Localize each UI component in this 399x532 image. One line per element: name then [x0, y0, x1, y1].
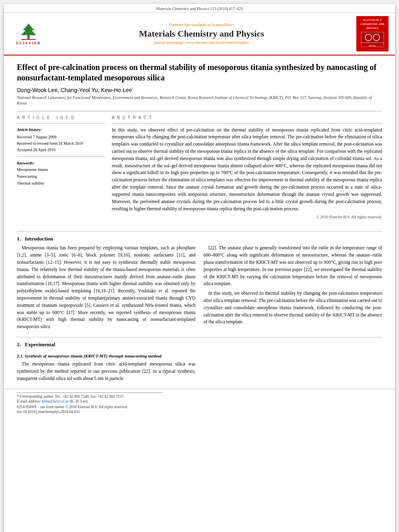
article-section: Effect of pre-calcination process on the…: [4, 55, 395, 228]
elsevier-logo: ELSEVIER: [10, 22, 47, 45]
journal-logo-box: MATERIALS CHEMISTRY AND PHYSICS Elsevier: [356, 16, 389, 51]
revised-date: Received in revised form 24 March 2010: [17, 140, 105, 147]
received-date: Received 7 August 2009: [17, 134, 105, 140]
footnote-divider: [17, 392, 163, 393]
intro-number: 1.: [17, 236, 21, 242]
issn-line: 0254-0584/$ – see front matter © 2010 El…: [17, 405, 382, 409]
page: Materials Chemistry and Physics 123 (201…: [4, 4, 395, 532]
experimental-content: 2.1. Synthesis of mesoporous titania (KR…: [17, 350, 382, 384]
svg-rect-0: [27, 35, 29, 39]
article-info-abstract: A R T I C L E I N F O Article history: R…: [17, 115, 382, 220]
journal-citation: Materials Chemistry and Physics 123 (201…: [4, 4, 395, 13]
email-footnote: E-mail address: khlee@krict.re.kr (K.-H.…: [17, 399, 382, 403]
intro-right-col: [22]. The anatase phase is generally tra…: [204, 244, 382, 333]
article-info-label: A R T I C L E I N F O: [17, 115, 105, 120]
divider-experimental: [17, 337, 382, 337]
divider-body: [17, 231, 382, 232]
journal-title: Materials Chemistry and Physics: [51, 29, 352, 39]
keywords-label: Keywords:: [17, 161, 105, 165]
logo-line1: MATERIALS: [358, 18, 387, 23]
footnote-area: * Corresponding author. Tel.: +82 42 860…: [4, 389, 395, 419]
divider-article-info: [17, 123, 105, 123]
elsevier-tree-icon: [16, 22, 41, 40]
divider-1: [17, 111, 382, 111]
experimental-heading: 2. Experimental: [17, 341, 382, 348]
svg-marker-1: [21, 24, 36, 35]
author-names: Dong-Wook Lee, Chang-Yeol Yu, Kew-Ho Lee: [17, 87, 132, 93]
logo-graphic: Elsevier: [360, 31, 385, 47]
sciencedirect-line: Contents lists available at ScienceDirec…: [51, 23, 352, 27]
keyword-1: Mesoporous titania: [17, 166, 105, 173]
email-label: E-mail address:: [17, 399, 42, 403]
intro-heading: 1. Introduction: [17, 236, 382, 242]
homepage-url[interactable]: www.elsevier.com/locate/matchemphys: [185, 40, 249, 45]
keywords-block: Keywords: Mesoporous titania Nanocasting…: [17, 161, 105, 187]
intro-content: Mesoporous titania has been prepared by …: [17, 244, 382, 333]
exp-left-text: The mesoporous titania replicated from c…: [17, 361, 195, 382]
citation-text: Materials Chemistry and Physics 123 (201…: [156, 6, 243, 11]
email-author: (K.-H. Lee).: [70, 399, 88, 403]
abstract-label: A B S T R A C T: [112, 115, 382, 120]
keyword-3: Thermal stability: [17, 180, 105, 187]
sciencedirect-brand[interactable]: ScienceDirect: [212, 23, 234, 27]
body-section: 1. Introduction Mesoporous titania has b…: [4, 231, 395, 384]
journal-center: Contents lists available at ScienceDirec…: [51, 23, 352, 45]
article-title: Effect of pre-calcination process on the…: [17, 62, 382, 83]
exp-left-col: 2.1. Synthesis of mesoporous titania (KR…: [17, 350, 195, 384]
divider-keywords: [17, 156, 105, 157]
exp-right-col: [204, 350, 382, 384]
article-info-col: A R T I C L E I N F O Article history: R…: [17, 115, 105, 220]
copyright: © 2010 Elsevier B.V. All rights reserved…: [112, 215, 382, 219]
affiliation: National Research Laboratory for Functio…: [17, 95, 382, 106]
intro-left-text: Mesoporous titania has been prepared by …: [17, 244, 195, 331]
svg-text:Elsevier: Elsevier: [369, 45, 376, 47]
exp-number: 2.: [17, 341, 21, 347]
email-link[interactable]: khlee@krict.re.kr: [42, 399, 69, 403]
contents-label: Contents lists available at: [169, 23, 211, 27]
abstract-col: A B S T R A C T In this study, we observ…: [112, 115, 382, 220]
homepage-label: journal homepage:: [154, 40, 184, 45]
logo-line3: PHYSICS: [358, 27, 387, 31]
logo-line2: CHEMISTRY AND: [358, 23, 387, 27]
history-label: Article history:: [17, 127, 105, 133]
authors: Dong-Wook Lee, Chang-Yeol Yu, Kew-Ho Lee…: [17, 87, 382, 93]
corresponding-footnote: * Corresponding author. Tel.: +82 42 860…: [17, 394, 382, 398]
elsevier-brand: ELSEVIER: [16, 41, 41, 45]
accepted-date: Accepted 26 April 2010: [17, 147, 105, 153]
keyword-2: Nanocasting: [17, 173, 105, 180]
doi-line: doi:10.1016/j.matchemphys.2010.04.033: [17, 410, 382, 414]
journal-homepage: journal homepage: www.elsevier.com/locat…: [51, 40, 352, 45]
article-history: Article history: Received 7 August 2009 …: [17, 127, 105, 153]
corresponding-marker: *: [132, 87, 133, 90]
journal-header: ELSEVIER Contents lists available at Sci…: [4, 13, 395, 55]
exp-title: Experimental: [25, 341, 56, 347]
exp-subsection-heading: 2.1. Synthesis of mesoporous titania (KR…: [17, 353, 195, 359]
intro-right-text-2: In this study, we observed its thermal s…: [204, 290, 382, 326]
intro-title: Introduction: [25, 236, 53, 242]
abstract-text: In this study, we observed effect of pre…: [112, 127, 382, 213]
intro-left-col: Mesoporous titania has been prepared by …: [17, 244, 195, 333]
intro-right-text-1: [22]. The anatase phase is generally tra…: [204, 244, 382, 288]
divider-abstract: [112, 123, 382, 123]
svg-rect-3: [21, 39, 36, 40]
